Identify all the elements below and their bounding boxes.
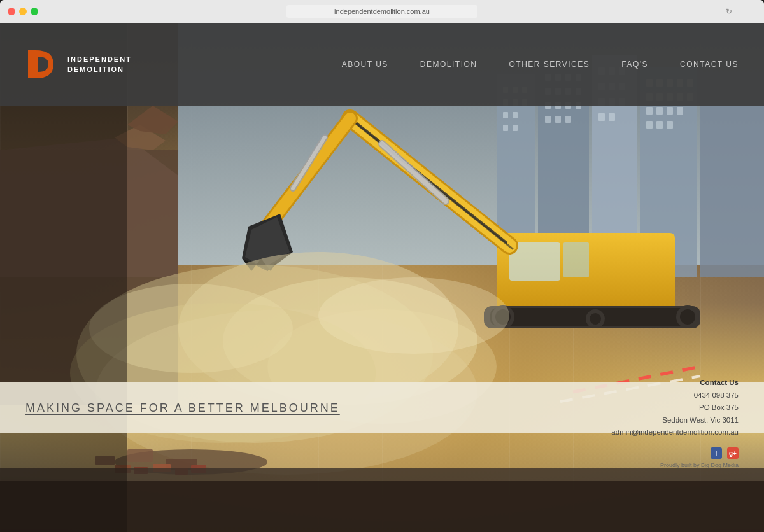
nav-faqs[interactable]: FAQ'S xyxy=(621,60,648,69)
nav-about[interactable]: ABOUT US xyxy=(342,60,388,69)
main-nav: ABOUT US DEMOLITION OTHER SERVICES FAQ'S… xyxy=(342,60,739,69)
svg-rect-30 xyxy=(565,116,571,123)
contact-title: Contact Us xyxy=(611,377,739,389)
refresh-icon[interactable]: ↻ xyxy=(726,7,732,16)
traffic-lights xyxy=(8,8,38,15)
svg-rect-29 xyxy=(555,116,561,123)
logo-icon xyxy=(25,48,59,81)
svg-rect-12 xyxy=(503,112,508,118)
svg-rect-40 xyxy=(598,113,605,121)
browser-chrome: independentdemolition.com.au ↻ xyxy=(0,0,764,23)
svg-rect-28 xyxy=(545,116,551,123)
google-plus-icon[interactable]: g+ xyxy=(727,447,739,459)
footer-strip: MAKING SPACE FOR A BETTER MELBOURNE Cont… xyxy=(0,382,764,433)
svg-point-71 xyxy=(680,309,695,325)
svg-rect-41 xyxy=(609,113,615,121)
url-text: independentdemolition.com.au xyxy=(334,8,430,15)
svg-rect-53 xyxy=(656,107,663,115)
contact-address: Seddon West, Vic 3011 xyxy=(611,414,739,427)
contact-phone: 0434 098 375 xyxy=(611,389,739,402)
svg-rect-52 xyxy=(646,107,653,115)
footer-social: f g+ xyxy=(711,447,739,459)
svg-point-73 xyxy=(590,313,601,325)
minimize-button[interactable] xyxy=(19,8,27,15)
svg-point-93 xyxy=(318,277,509,354)
svg-rect-65 xyxy=(563,242,589,277)
hero-section: INDEPENDENT DEMOLITION ABOUT US DEMOLITI… xyxy=(0,23,764,532)
close-button[interactable] xyxy=(8,8,15,15)
contact-po-box: PO Box 375 xyxy=(611,402,739,414)
svg-rect-96 xyxy=(127,449,153,462)
svg-rect-55 xyxy=(677,107,683,115)
svg-rect-54 xyxy=(667,107,673,115)
header: INDEPENDENT DEMOLITION ABOUT US DEMOLITI… xyxy=(0,23,764,106)
facebook-icon[interactable]: f xyxy=(711,447,722,459)
logo-area: INDEPENDENT DEMOLITION xyxy=(25,48,132,81)
svg-rect-58 xyxy=(667,121,673,129)
contact-email: admin@independentdemolition.com.au xyxy=(611,426,739,439)
maximize-button[interactable] xyxy=(31,8,38,15)
svg-rect-14 xyxy=(503,125,508,131)
svg-rect-56 xyxy=(646,121,653,129)
footer-tagline: MAKING SPACE FOR A BETTER MELBOURNE xyxy=(25,402,611,415)
website: INDEPENDENT DEMOLITION ABOUT US DEMOLITI… xyxy=(0,23,764,532)
google-label: g+ xyxy=(729,450,737,457)
nav-contact[interactable]: CONTACT US xyxy=(680,60,739,69)
svg-rect-109 xyxy=(28,50,36,78)
nav-demolition[interactable]: DEMOLITION xyxy=(420,60,478,69)
svg-rect-57 xyxy=(656,121,663,129)
svg-rect-5 xyxy=(700,80,764,277)
company-name-line1: INDEPENDENT DEMOLITION xyxy=(67,54,132,75)
footer-credit: Proudly built by Big Dog Media xyxy=(660,462,739,468)
footer-contact: Contact Us 0434 098 375 PO Box 375 Seddo… xyxy=(611,377,739,439)
svg-rect-15 xyxy=(513,125,518,131)
logo-text: INDEPENDENT DEMOLITION xyxy=(67,54,132,75)
svg-rect-13 xyxy=(513,112,518,118)
address-bar[interactable]: independentdemolition.com.au xyxy=(286,5,478,18)
facebook-label: f xyxy=(715,450,717,457)
nav-other-services[interactable]: OTHER SERVICES xyxy=(509,60,590,69)
